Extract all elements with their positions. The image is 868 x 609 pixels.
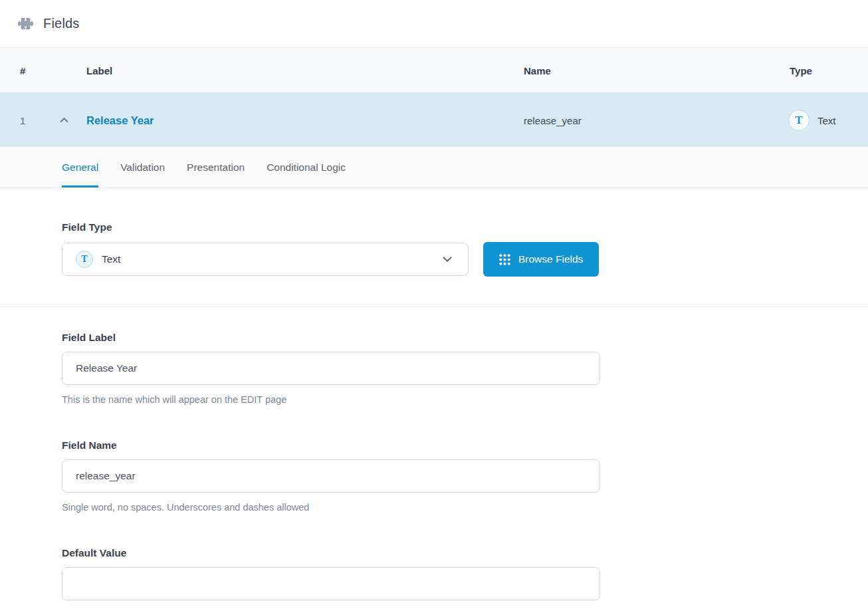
text-type-letter: T [81, 254, 87, 265]
field-label-setting-label: Field Label [62, 331, 868, 344]
field-type-selected-value: Text [102, 253, 440, 265]
field-label-link[interactable]: Release Year [86, 114, 154, 126]
tab-conditional-logic[interactable]: Conditional Logic [267, 147, 346, 187]
puzzle-icon [18, 16, 33, 31]
field-name-help-text: Single word, no spaces. Underscores and … [62, 502, 868, 513]
field-row-number: 1 [20, 114, 25, 126]
field-label-group: Field Label This is the name which will … [62, 331, 868, 406]
field-label-help-text: This is the name which will appear on th… [62, 394, 868, 406]
grid-icon [499, 254, 510, 265]
text-type-badge-icon: T [76, 251, 93, 268]
column-header-number: # [20, 64, 25, 76]
browse-fields-button-label: Browse Fields [518, 253, 583, 265]
fields-table-header: # Label Name Type [0, 48, 868, 93]
field-type-select[interactable]: T Text [62, 243, 469, 276]
settings-tabs: General Validation Presentation Conditio… [0, 147, 868, 188]
chevron-down-icon [440, 252, 455, 267]
field-name-group: Field Name Single word, no spaces. Under… [62, 439, 868, 513]
field-type-badge-icon: T [788, 110, 810, 131]
default-value-setting-label: Default Value [62, 547, 868, 559]
panel-header: Fields [0, 0, 868, 48]
field-name-input[interactable] [62, 459, 600, 493]
column-header-type: Type [790, 64, 812, 76]
field-type-label: Field Type [62, 221, 868, 233]
field-row-release-year[interactable]: 1 Release Year release_year T Text [0, 93, 868, 147]
browse-fields-button[interactable]: Browse Fields [483, 242, 599, 277]
field-label-input[interactable] [62, 352, 600, 385]
text-type-letter: T [795, 114, 802, 127]
field-name-setting-label: Field Name [62, 439, 868, 451]
field-type-cell: Text [817, 114, 836, 126]
default-value-input[interactable] [62, 567, 600, 600]
field-name-cell: release_year [524, 114, 582, 126]
column-header-name: Name [524, 64, 551, 76]
page-title: Fields [43, 16, 80, 31]
field-type-section: Field Type T Text Browse Fields [0, 188, 868, 307]
tab-presentation[interactable]: Presentation [187, 147, 245, 187]
tab-validation[interactable]: Validation [120, 147, 165, 187]
general-settings-section: Field Label This is the name which will … [0, 307, 868, 600]
column-header-label: Label [86, 64, 112, 76]
default-value-group: Default Value [62, 547, 868, 600]
chevron-up-icon[interactable] [56, 113, 71, 128]
fields-panel: Fields # Label Name Type 1 Release Year … [0, 0, 868, 609]
tab-general[interactable]: General [62, 147, 98, 187]
